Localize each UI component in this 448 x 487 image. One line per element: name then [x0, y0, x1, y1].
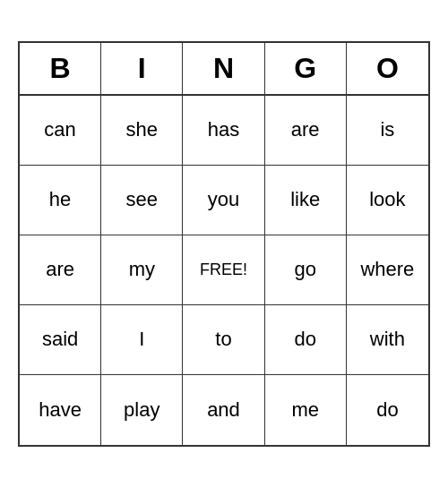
cell-4-3[interactable]: me [265, 375, 347, 445]
cell-3-4[interactable]: with [347, 305, 428, 375]
cell-1-1[interactable]: see [101, 166, 183, 235]
cell-4-2[interactable]: and [183, 375, 264, 445]
cell-0-3[interactable]: are [265, 96, 347, 166]
cell-0-2[interactable]: has [183, 96, 264, 166]
cell-1-2[interactable]: you [183, 166, 264, 235]
header-o: O [347, 43, 428, 94]
cell-0-4[interactable]: is [347, 96, 428, 166]
header-b: B [20, 43, 101, 94]
cell-0-0[interactable]: can [20, 96, 101, 166]
cell-free[interactable]: FREE! [183, 235, 264, 305]
cell-2-3[interactable]: go [265, 235, 347, 305]
cell-4-4[interactable]: do [347, 375, 428, 445]
cell-1-0[interactable]: he [20, 166, 101, 235]
cell-0-1[interactable]: she [101, 96, 183, 166]
cell-3-2[interactable]: to [183, 305, 264, 375]
cell-3-0[interactable]: said [20, 305, 101, 375]
cell-2-0[interactable]: are [20, 235, 101, 305]
cell-1-3[interactable]: like [265, 166, 347, 235]
cell-3-3[interactable]: do [265, 305, 347, 375]
header-i: I [101, 43, 183, 94]
header-n: N [183, 43, 264, 94]
bingo-header: B I N G O [20, 43, 428, 96]
cell-1-4[interactable]: look [347, 166, 428, 235]
cell-4-0[interactable]: have [20, 375, 101, 445]
cell-2-4[interactable]: where [347, 235, 428, 305]
cell-2-1[interactable]: my [101, 235, 183, 305]
bingo-grid: can she has are is he see you like look … [20, 96, 428, 445]
header-g: G [265, 43, 347, 94]
cell-4-1[interactable]: play [101, 375, 183, 445]
bingo-card: B I N G O can she has are is he see you … [18, 41, 430, 447]
cell-3-1[interactable]: I [101, 305, 183, 375]
